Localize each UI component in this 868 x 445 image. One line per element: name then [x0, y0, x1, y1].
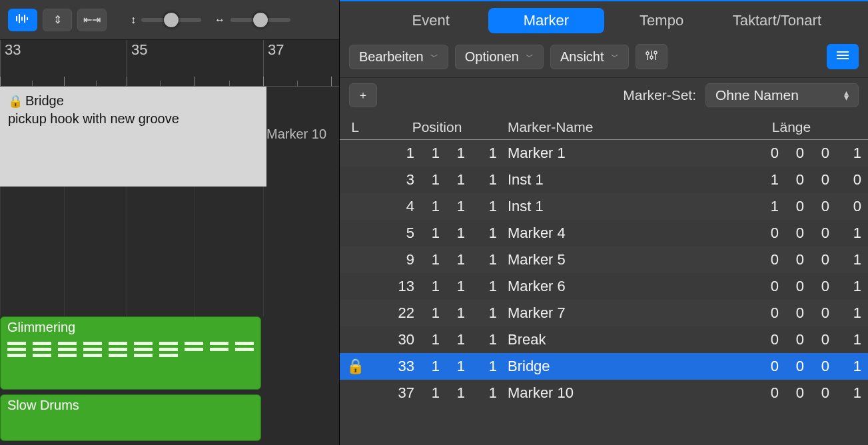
horizontal-zoom-slider[interactable] [230, 18, 290, 22]
row-name[interactable]: Break [504, 331, 715, 348]
col-length[interactable]: Länge [715, 119, 868, 135]
row-position[interactable]: 4111 [370, 198, 504, 215]
row-name[interactable]: Marker 5 [504, 251, 715, 268]
table-body: 1111Marker 100013111Inst 110004111Inst 1… [340, 140, 868, 406]
table-header: L Position Marker-Name Länge [340, 115, 868, 140]
row-length[interactable]: 0001 [715, 384, 868, 402]
table-row[interactable]: 13111Marker 60001 [340, 273, 868, 300]
table-row[interactable]: 3111Inst 11000 [340, 167, 868, 193]
horizontal-zoom[interactable]: ↔ [211, 14, 294, 26]
row-position[interactable]: 13111 [370, 278, 504, 295]
marker-chip[interactable]: Marker 10 [266, 127, 326, 142]
table-row[interactable]: 4111Inst 11000 [340, 193, 868, 220]
row-name[interactable]: Marker 10 [504, 384, 715, 402]
row-name[interactable]: Inst 1 [504, 171, 715, 189]
row-position[interactable]: 1111 [370, 145, 504, 162]
table-row[interactable]: 5111Marker 40001 [340, 220, 868, 246]
waveform-icon [15, 13, 30, 27]
row-name[interactable]: Marker 7 [504, 304, 715, 322]
row-name[interactable]: Inst 1 [504, 198, 715, 215]
stepper-icon: ▴▾ [844, 91, 849, 100]
vertical-zoom-slider[interactable] [141, 18, 201, 22]
marker-set-select[interactable]: Ohne Namen ▴▾ [705, 83, 859, 107]
list-icon [836, 51, 849, 63]
leftright-icon: ↔ [215, 14, 225, 26]
list-panel: Event Marker Tempo Taktart/Tonart Bearbe… [340, 0, 868, 445]
arrange-toolbar: ⇕ ⇤⇥ ↕ ↔ [0, 0, 339, 40]
clip-glimmering[interactable]: Glimmering [0, 316, 261, 390]
view-label: Ansicht [560, 49, 604, 65]
options-label: Optionen [465, 49, 519, 65]
horizontal-arrows-icon: ⇤⇥ [83, 13, 101, 26]
table-row[interactable]: 22111Marker 70001 [340, 300, 868, 326]
row-length[interactable]: 0001 [715, 278, 868, 295]
clip-slow-drums[interactable]: Slow Drums [0, 394, 261, 441]
row-position[interactable]: 5111 [370, 224, 504, 242]
row-length[interactable]: 1000 [715, 198, 868, 215]
list-tabs: Event Marker Tempo Taktart/Tonart [340, 1, 868, 36]
row-position[interactable]: 9111 [370, 251, 504, 268]
row-length[interactable]: 1000 [715, 171, 868, 189]
row-position[interactable]: 22111 [370, 304, 504, 322]
waveform-tool-button[interactable] [8, 9, 37, 31]
row-position[interactable]: 37111 [370, 384, 504, 402]
row-length[interactable]: 0001 [715, 145, 868, 162]
tab-event[interactable]: Event [373, 8, 488, 33]
table-row[interactable]: 9111Marker 50001 [340, 246, 868, 273]
row-name[interactable]: Marker 4 [504, 224, 715, 242]
table-row[interactable]: 37111Marker 100001 [340, 380, 868, 406]
row-length[interactable]: 0001 [715, 251, 868, 268]
horizontal-fit-button[interactable]: ⇤⇥ [77, 9, 107, 31]
row-length[interactable]: 0001 [715, 358, 868, 375]
midi-notes [7, 342, 254, 357]
options-menu[interactable]: Optionen ﹀ [455, 45, 544, 69]
row-position[interactable]: 3111 [370, 171, 504, 189]
updown-icon: ↕ [131, 14, 136, 26]
view-menu[interactable]: Ansicht ﹀ [550, 45, 629, 69]
row-length[interactable]: 0001 [715, 224, 868, 242]
filter-button[interactable] [636, 44, 667, 69]
lock-icon: 🔒 [8, 95, 23, 108]
vertical-zoom[interactable]: ↕ [127, 14, 205, 26]
tab-tempo[interactable]: Tempo [604, 8, 719, 33]
chevron-down-icon: ﹀ [430, 51, 438, 63]
edit-label: Bearbeiten [359, 49, 424, 65]
marker-set-value: Ohne Namen [715, 87, 799, 103]
clip-title: Slow Drums [7, 398, 254, 413]
col-lock[interactable]: L [340, 119, 370, 135]
row-name[interactable]: Marker 1 [504, 145, 715, 162]
tab-taktart[interactable]: Taktart/Tonart [719, 8, 835, 33]
svg-point-8 [646, 52, 649, 55]
filter-icon [645, 49, 658, 65]
row-name[interactable]: Bridge [504, 358, 715, 375]
table-row[interactable]: 1111Marker 10001 [340, 140, 868, 167]
chevron-down-icon: ﹀ [611, 51, 619, 63]
vertical-arrows-icon: ⇕ [53, 13, 62, 26]
vertical-fit-button[interactable]: ⇕ [43, 9, 72, 31]
row-length[interactable]: 0001 [715, 331, 868, 348]
col-name[interactable]: Marker-Name [504, 119, 715, 135]
edit-menu[interactable]: Bearbeiten ﹀ [349, 45, 448, 69]
marker-region-bridge[interactable]: 🔒Bridge pickup hook with new groove [0, 87, 266, 187]
list-view-button[interactable] [827, 44, 859, 69]
tracks-area[interactable]: 🔒Bridge pickup hook with new groove Mark… [0, 87, 339, 445]
table-row[interactable]: 🔒33111Bridge0001 [340, 353, 868, 380]
row-length[interactable]: 0001 [715, 304, 868, 322]
svg-point-10 [654, 51, 657, 54]
tab-marker[interactable]: Marker [488, 8, 604, 33]
arrange-panel: ⇕ ⇤⇥ ↕ ↔ 33 35 37 [0, 0, 340, 445]
marker-region-note: pickup hook with new groove [8, 111, 258, 127]
row-name[interactable]: Marker 6 [504, 278, 715, 295]
plus-icon: ＋ [358, 89, 368, 103]
bar-ruler[interactable]: 33 35 37 [0, 40, 339, 87]
marker-table: L Position Marker-Name Länge 1111Marker … [340, 115, 868, 445]
col-position[interactable]: Position [370, 119, 504, 135]
row-position[interactable]: 30111 [370, 331, 504, 348]
row-lock: 🔒 [340, 358, 370, 375]
clip-title: Glimmering [7, 320, 254, 335]
table-row[interactable]: 30111Break0001 [340, 326, 868, 353]
chevron-down-icon: ﹀ [526, 51, 534, 63]
row-position[interactable]: 33111 [370, 358, 504, 375]
add-marker-button[interactable]: ＋ [349, 83, 377, 107]
bar-number: 37 [268, 41, 284, 58]
